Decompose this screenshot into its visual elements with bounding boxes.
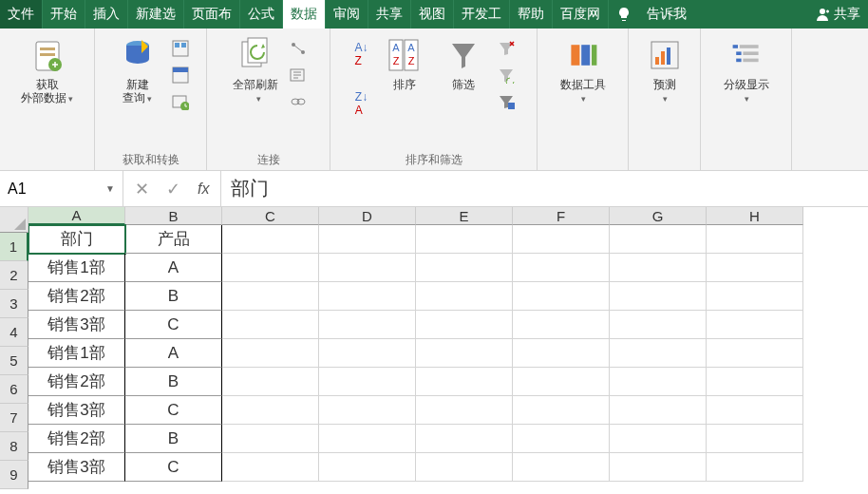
share-icon[interactable]: 共享 (815, 6, 860, 23)
cell-F3[interactable] (513, 282, 610, 311)
cell-C4[interactable] (222, 311, 319, 339)
cell-B2[interactable]: A (125, 254, 222, 282)
cell-E4[interactable] (416, 311, 513, 339)
cell-C3[interactable] (222, 282, 319, 311)
menu-tab-7[interactable]: 共享 (368, 0, 411, 28)
cell-F1[interactable] (513, 225, 610, 254)
cell-C5[interactable] (222, 339, 319, 368)
cell-G3[interactable] (610, 282, 707, 311)
menu-tab-2[interactable]: 新建选 (128, 0, 184, 28)
cell-F9[interactable] (513, 453, 610, 482)
get-external-data-button[interactable]: 获取外部数据▾ (17, 34, 77, 107)
cell-F8[interactable] (513, 425, 610, 453)
cell-D2[interactable] (319, 254, 416, 282)
clear-filter-icon[interactable] (496, 38, 517, 59)
cell-B1[interactable]: 产品 (125, 225, 222, 254)
cell-H9[interactable] (707, 453, 803, 482)
cell-A2[interactable]: 销售1部 (28, 254, 125, 282)
cell-B8[interactable]: B (125, 425, 222, 453)
sort-desc-icon[interactable]: Z↓A (351, 93, 372, 114)
cell-B7[interactable]: C (125, 396, 222, 425)
col-header-D[interactable]: D (319, 207, 416, 225)
row-header-3[interactable]: 3 (0, 290, 28, 318)
cell-D4[interactable] (319, 311, 416, 339)
cell-H6[interactable] (707, 368, 803, 396)
cell-D8[interactable] (319, 425, 416, 453)
cell-B6[interactable]: B (125, 368, 222, 396)
properties-icon[interactable] (288, 65, 309, 86)
cell-B4[interactable]: C (125, 311, 222, 339)
cell-G9[interactable] (610, 453, 707, 482)
cell-E9[interactable] (416, 453, 513, 482)
cell-G5[interactable] (610, 339, 707, 368)
cell-G7[interactable] (610, 396, 707, 425)
reapply-filter-icon[interactable] (496, 65, 517, 86)
row-header-2[interactable]: 2 (0, 261, 28, 290)
row-header-4[interactable]: 4 (0, 318, 28, 347)
menu-file[interactable]: 文件 (0, 0, 43, 28)
cell-H2[interactable] (707, 254, 803, 282)
menu-tab-11[interactable]: 百度网 (553, 0, 609, 28)
cell-C2[interactable] (222, 254, 319, 282)
cell-E8[interactable] (416, 425, 513, 453)
col-header-H[interactable]: H (707, 207, 803, 225)
menu-tab-3[interactable]: 页面布 (184, 0, 240, 28)
select-all-corner[interactable] (0, 207, 28, 233)
menu-tab-9[interactable]: 开发工 (454, 0, 510, 28)
name-box[interactable]: ▼ (0, 171, 123, 206)
cell-A4[interactable]: 销售3部 (28, 311, 125, 339)
cell-H3[interactable] (707, 282, 803, 311)
refresh-all-button[interactable]: 全部刷新x▾ (229, 34, 282, 107)
enter-icon[interactable]: ✓ (166, 179, 180, 200)
cell-D6[interactable] (319, 368, 416, 396)
cell-C8[interactable] (222, 425, 319, 453)
cell-F2[interactable] (513, 254, 610, 282)
tell-me[interactable]: 告诉我 (639, 0, 694, 28)
cell-H5[interactable] (707, 339, 803, 368)
connections-icon[interactable] (288, 38, 309, 59)
cell-G4[interactable] (610, 311, 707, 339)
name-box-input[interactable] (8, 180, 93, 198)
cell-F5[interactable] (513, 339, 610, 368)
cell-G2[interactable] (610, 254, 707, 282)
cell-F6[interactable] (513, 368, 610, 396)
row-header-8[interactable]: 8 (0, 432, 28, 461)
sort-asc-icon[interactable]: A↓Z (351, 44, 372, 65)
forecast-button[interactable]: 预测▾ (638, 34, 691, 107)
cell-E1[interactable] (416, 225, 513, 254)
lightbulb-icon[interactable] (609, 0, 639, 28)
menu-tab-1[interactable]: 插入 (85, 0, 128, 28)
menu-tab-10[interactable]: 帮助 (510, 0, 553, 28)
outline-button[interactable]: 分级显示▾ (720, 34, 773, 107)
cell-F7[interactable] (513, 396, 610, 425)
cell-A1[interactable]: 部门 (28, 225, 125, 254)
menu-tab-4[interactable]: 公式 (240, 0, 283, 28)
cell-E3[interactable] (416, 282, 513, 311)
cell-G6[interactable] (610, 368, 707, 396)
cell-A6[interactable]: 销售2部 (28, 368, 125, 396)
menu-tab-6[interactable]: 审阅 (326, 0, 368, 28)
cell-B5[interactable]: A (125, 339, 222, 368)
row-header-5[interactable]: 5 (0, 347, 28, 375)
col-header-G[interactable]: G (610, 207, 707, 225)
cell-G8[interactable] (610, 425, 707, 453)
cell-A9[interactable]: 销售3部 (28, 453, 125, 482)
row-header-7[interactable]: 7 (0, 404, 28, 432)
cell-A3[interactable]: 销售2部 (28, 282, 125, 311)
cell-E5[interactable] (416, 339, 513, 368)
menu-tab-5[interactable]: 数据 (283, 0, 326, 28)
edit-links-icon[interactable] (288, 91, 309, 112)
cell-C1[interactable] (222, 225, 319, 254)
cell-C9[interactable] (222, 453, 319, 482)
cell-A5[interactable]: 销售1部 (28, 339, 125, 368)
row-header-6[interactable]: 6 (0, 375, 28, 404)
cell-D1[interactable] (319, 225, 416, 254)
filter-button[interactable]: 筛选 (437, 34, 490, 93)
chevron-down-icon[interactable]: ▼ (105, 183, 115, 194)
cell-E7[interactable] (416, 396, 513, 425)
menu-tab-8[interactable]: 视图 (411, 0, 454, 28)
cell-B3[interactable]: B (125, 282, 222, 311)
row-header-1[interactable]: 1 (0, 233, 28, 261)
advanced-filter-icon[interactable] (496, 91, 517, 112)
cell-C7[interactable] (222, 396, 319, 425)
